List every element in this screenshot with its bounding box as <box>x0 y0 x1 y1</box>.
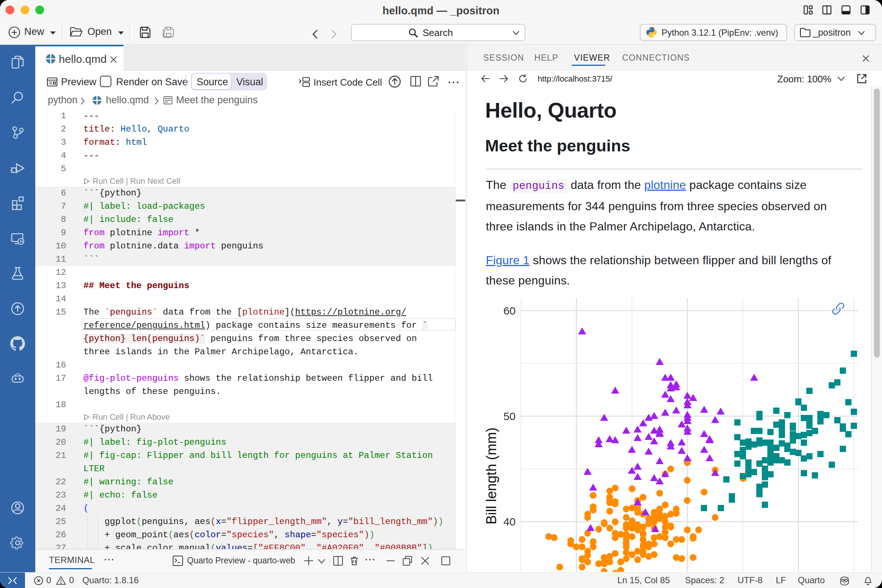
svg-text:50: 50 <box>504 410 516 422</box>
svg-text:60: 60 <box>504 304 516 317</box>
svg-text:Bill length (mm): Bill length (mm) <box>484 428 499 524</box>
svg-text:40: 40 <box>504 516 516 528</box>
